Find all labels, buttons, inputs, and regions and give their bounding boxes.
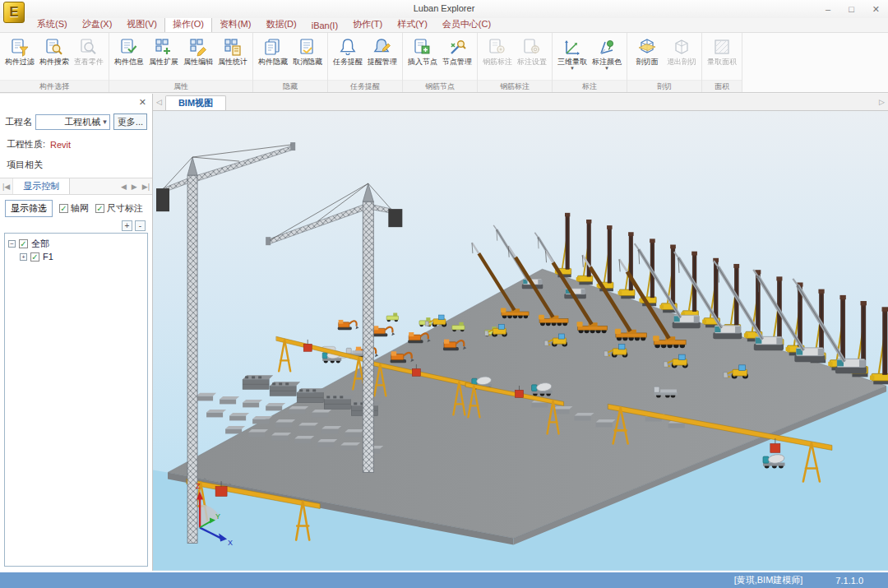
section-plane-button[interactable]: 剖切面 [630, 35, 664, 80]
annotation-settings-button[interactable]: 标注设置 [515, 35, 549, 80]
expand-all-button[interactable]: + [122, 220, 132, 231]
ribbon-group-label: 构件选择 [0, 80, 109, 92]
menu-sandbox[interactable]: 沙盘(X) [75, 17, 120, 32]
rebar-mark-icon [487, 36, 508, 58]
ribbon-group-label: 钢筋标注 [478, 80, 552, 92]
ribbon-group-label: 标注 [553, 80, 627, 92]
project-name-label: 工程名 [5, 116, 32, 128]
exit-section-button[interactable]: 退出剖切 [664, 35, 699, 80]
grid-pencil-icon [187, 36, 209, 58]
bell-edit-icon [372, 36, 393, 58]
combo-arrow-icon[interactable]: ▾ [103, 118, 107, 126]
document-area: ◁ BIM视图 ▷ [153, 94, 888, 571]
measure-area-button[interactable]: 量取面积 [705, 35, 739, 80]
ribbon-group-rebar-annotation: 钢筋标注 标注设置 钢筋标注 [478, 33, 553, 92]
color-mark-icon [596, 36, 617, 58]
tree-expand-icon[interactable]: + [20, 253, 27, 261]
minimize-button[interactable]: – [826, 4, 830, 14]
component-info-button[interactable]: 构件信息 [112, 35, 146, 80]
tree-item-f1[interactable]: + ✓ F1 [20, 250, 144, 263]
chevron-down-icon[interactable]: ▼ [570, 67, 575, 71]
menu-member-center[interactable]: 会员中心(C) [435, 17, 498, 32]
ribbon-toolbar: 构件过滤 构件搜索 查看零件 构件选择 构件信息 属性扩展 [0, 33, 888, 93]
title-bar: E Luban Explorer – □ ✕ [0, 0, 888, 18]
unhide-doc-icon [297, 36, 318, 58]
measure-axes-icon [562, 36, 583, 58]
menu-operation[interactable]: 操作(O) [164, 16, 212, 32]
hatched-area-icon [711, 36, 733, 58]
bim-3d-viewport[interactable]: Z X Y [153, 111, 888, 571]
display-filter-button[interactable]: 显示筛选 [5, 200, 53, 217]
ribbon-group-area: 量取面积 面积 [702, 33, 742, 92]
menu-data[interactable]: 数据(D) [258, 17, 303, 32]
component-search-button[interactable]: 构件搜索 [37, 35, 72, 80]
info-doc-icon [118, 36, 140, 58]
ribbon-group-label: 隐藏 [253, 80, 327, 92]
project-select[interactable]: 工程机械 ▾ [35, 114, 110, 130]
tree-item-all[interactable]: − ✓ 全部 [8, 237, 144, 250]
unhide-button[interactable]: 取消隐藏 [290, 35, 325, 80]
checkbox-checked-icon: ✓ [59, 204, 68, 213]
measure-3d-button[interactable]: 三维量取 ▼ [555, 35, 590, 80]
ribbon-group-task-reminder: 任务提醒 提醒管理 任务提醒 [328, 33, 403, 92]
more-button[interactable]: 更多... [113, 113, 147, 130]
tab-scroll-right-icon[interactable]: ▷ [876, 94, 888, 110]
axis-grid-checkbox[interactable]: ✓ 轴网 [59, 202, 89, 215]
tab-scroll-left-icon[interactable]: ◁ [153, 94, 165, 110]
magnifier-icon [78, 36, 99, 58]
menu-bar: 系统(S) 沙盘(X) 视图(V) 操作(O) 资料(M) 数据(D) iBan… [0, 18, 888, 33]
menu-collaboration[interactable]: 协作(T) [345, 17, 390, 32]
window-title: Luban Explorer [0, 3, 888, 13]
status-user: [黄琪,BIM建模师] [734, 574, 803, 586]
model-tree[interactable]: − ✓ 全部 + ✓ F1 [4, 233, 148, 567]
annotation-color-button[interactable]: 标注颜色 ▼ [590, 35, 624, 80]
bell-icon [337, 36, 358, 58]
view-part-button[interactable]: 查看零件 [72, 35, 106, 80]
tree-collapse-icon[interactable]: − [8, 240, 16, 248]
view-tab-strip: ◁ BIM视图 ▷ [153, 94, 888, 111]
component-filter-button[interactable]: 构件过滤 [2, 35, 37, 80]
restore-button[interactable]: □ [849, 4, 854, 14]
grid-plus-icon [153, 36, 174, 58]
component-hide-button[interactable]: 构件隐藏 [256, 35, 290, 80]
checkbox-checked-icon[interactable]: ✓ [30, 252, 39, 262]
tab-first-icon[interactable]: |◀ [0, 178, 12, 194]
ribbon-group-label: 剖切 [627, 80, 701, 92]
ribbon-group-label: 面积 [702, 80, 742, 92]
tab-next-icon[interactable]: ▶ [129, 178, 140, 194]
task-reminder-button[interactable]: 任务提醒 [331, 35, 365, 80]
app-logo-icon: E [3, 2, 25, 23]
insert-node-button[interactable]: 插入节点 [405, 35, 440, 80]
property-stats-button[interactable]: 属性统计 [215, 35, 250, 80]
menu-style[interactable]: 样式(Y) [390, 17, 435, 32]
checkbox-checked-icon[interactable]: ✓ [19, 239, 28, 248]
tab-last-icon[interactable]: ▶| [140, 178, 152, 194]
property-extend-button[interactable]: 属性扩展 [146, 35, 181, 80]
dimension-checkbox[interactable]: ✓ 尺寸标注 [95, 202, 143, 215]
tab-display-control[interactable]: 显示控制 [12, 178, 70, 194]
axis-z-label: Z [196, 483, 201, 491]
menu-system[interactable]: 系统(S) [30, 17, 75, 32]
panel-close-icon[interactable]: ✕ [139, 97, 146, 108]
property-edit-button[interactable]: 属性编辑 [181, 35, 215, 80]
reminder-manage-button[interactable]: 提醒管理 [365, 35, 400, 80]
chevron-down-icon[interactable]: ▼ [604, 67, 609, 71]
tab-prev-icon[interactable]: ◀ [118, 178, 129, 194]
node-manage-button[interactable]: 节点管理 [440, 35, 474, 80]
close-button[interactable]: ✕ [872, 4, 880, 15]
ribbon-group-annotation: 三维量取 ▼ 标注颜色 ▼ 标注 [553, 33, 627, 92]
rebar-annotation-button[interactable]: 钢筋标注 [480, 35, 515, 80]
collapse-all-button[interactable]: - [135, 220, 146, 231]
sidebar-tab-strip: |◀ 显示控制 ◀ ▶ ▶| [0, 178, 152, 195]
axis-x-label: X [228, 539, 233, 547]
menu-view[interactable]: 视图(V) [119, 17, 164, 32]
node-insert-icon [412, 36, 433, 58]
hide-docs-icon [262, 36, 284, 58]
project-nature-label: 工程性质: [7, 138, 45, 150]
tab-bim-view[interactable]: BIM视图 [165, 95, 226, 110]
menu-material[interactable]: 资料(M) [212, 17, 259, 32]
status-bar: [黄琪,BIM建模师] 7.1.1.0 [0, 571, 888, 588]
menu-iban[interactable]: iBan(I) [304, 20, 345, 32]
ribbon-group-label: 钢筋节点 [403, 80, 477, 92]
project-related-label[interactable]: 项目相关 [7, 159, 43, 171]
